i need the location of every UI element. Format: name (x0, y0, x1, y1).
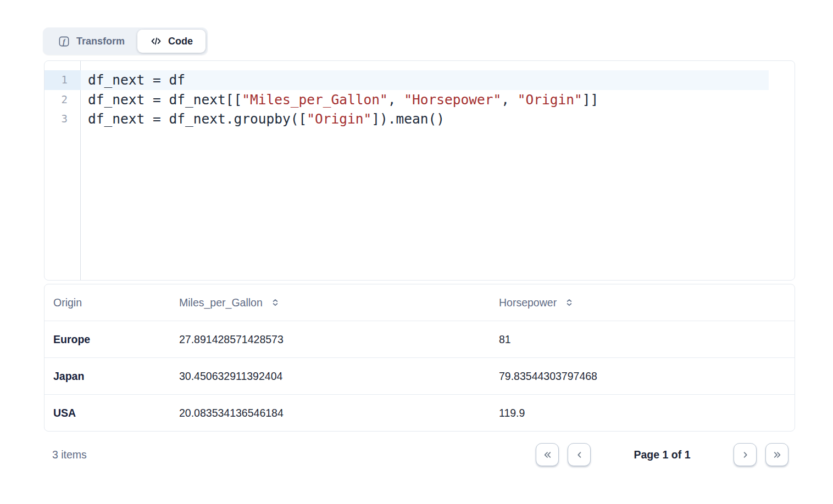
code-line[interactable]: 3 df_next = df_next.groupby(["Origin"]).… (45, 109, 795, 129)
last-page-button[interactable] (765, 443, 788, 466)
tab-code[interactable]: Code (137, 30, 206, 53)
horsepower-cell: 79.83544303797468 (490, 370, 795, 383)
table-row: Europe 27.891428571428573 81 (45, 321, 795, 357)
tab-code-label: Code (168, 36, 193, 47)
code-line[interactable]: 2 df_next = df_next[["Miles_per_Gallon",… (45, 90, 795, 110)
table-footer: 3 items Page 1 of 1 (44, 433, 795, 477)
origin-cell: USA (45, 407, 170, 419)
mpg-cell: 27.891428571428573 (170, 333, 490, 346)
code-line[interactable]: 1 df_next = df (45, 70, 795, 90)
line-number: 3 (45, 109, 81, 129)
horsepower-cell: 119.9 (490, 407, 795, 419)
sort-icon[interactable] (271, 298, 280, 307)
svg-text:f: f (63, 37, 66, 45)
table-row: USA 20.083534136546184 119.9 (45, 394, 795, 431)
pagination: Page 1 of 1 (536, 443, 788, 466)
origin-cell: Europe (45, 333, 170, 346)
tab-transform-label: Transform (76, 36, 125, 47)
sort-icon[interactable] (565, 298, 574, 307)
chevron-left-icon (574, 449, 585, 461)
line-number: 2 (45, 90, 81, 110)
chevrons-left-icon (542, 449, 553, 461)
table-row: Japan 30.450632911392404 79.835443037974… (45, 357, 795, 394)
chevrons-right-icon (771, 449, 783, 461)
column-header-horsepower[interactable]: Horsepower (490, 296, 795, 309)
table-header-row: Origin Miles_per_Gallon Horsepower (45, 284, 795, 321)
tab-transform[interactable]: f Transform (45, 30, 137, 53)
next-page-button[interactable] (734, 443, 757, 466)
column-header-origin: Origin (45, 296, 170, 309)
chevron-right-icon (740, 449, 751, 461)
code-icon (150, 35, 162, 47)
column-header-miles-per-gallon[interactable]: Miles_per_Gallon (170, 296, 490, 309)
line-number: 1 (45, 70, 81, 90)
prev-page-button[interactable] (568, 443, 591, 466)
page-indicator: Page 1 of 1 (599, 449, 725, 461)
view-toggle: f Transform Code (43, 27, 208, 55)
code-editor[interactable]: 1 df_next = df 2 df_next = df_next[["Mil… (44, 60, 795, 281)
first-page-button[interactable] (536, 443, 559, 466)
origin-cell: Japan (45, 370, 170, 383)
horsepower-cell: 81 (490, 333, 795, 346)
mpg-cell: 20.083534136546184 (170, 407, 490, 419)
items-count: 3 items (52, 449, 87, 461)
function-icon: f (58, 35, 70, 48)
results-table: Origin Miles_per_Gallon Horsepower Europ… (44, 284, 795, 432)
mpg-cell: 30.450632911392404 (170, 370, 490, 383)
